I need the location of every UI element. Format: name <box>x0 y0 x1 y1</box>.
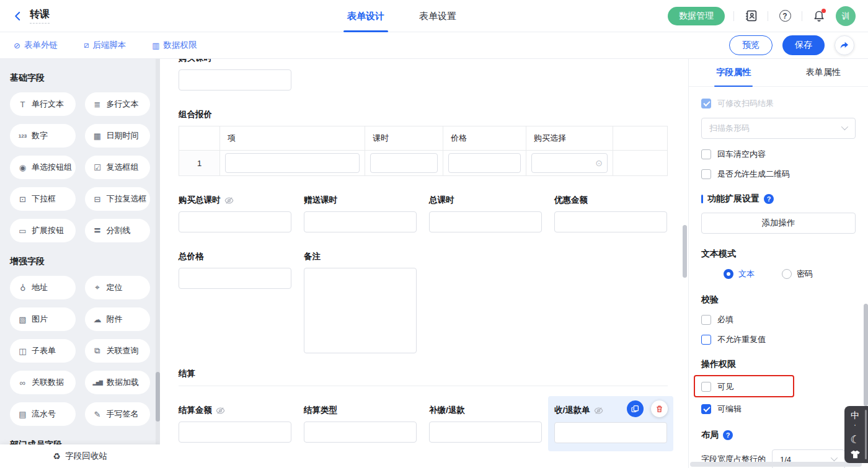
text-input[interactable] <box>179 211 291 232</box>
field-item-address[interactable]: ⚲地址 <box>10 276 76 299</box>
text-input[interactable] <box>429 211 542 232</box>
avatar[interactable]: 训 <box>836 6 856 26</box>
ime-language-indicator[interactable]: 中 <box>851 411 859 420</box>
text-input[interactable] <box>554 422 667 443</box>
text-input[interactable] <box>370 153 438 173</box>
section-title-basic: 基础字段 <box>10 73 150 84</box>
text-input[interactable] <box>179 422 291 443</box>
copy-icon <box>631 405 639 413</box>
tab-field-properties[interactable]: 字段属性 <box>689 59 779 86</box>
field-item-data-load[interactable]: ▂▅▇数据加载 <box>85 371 151 394</box>
canvas-scrollbar-thumb[interactable] <box>683 225 687 278</box>
field-receipt-refund-slip-selected[interactable]: 收/退款单 <box>548 396 673 451</box>
text-input[interactable] <box>304 211 417 232</box>
copy-field-button[interactable] <box>627 400 644 417</box>
field-item-linked-query[interactable]: ⧉关联查询 <box>85 339 151 363</box>
field-item-locate[interactable]: ⌖定位 <box>85 276 151 299</box>
field-item-checkbox-group[interactable]: ☑复选框组 <box>85 156 151 179</box>
tab-form-properties[interactable]: 表单属性 <box>779 59 868 86</box>
field-item-divider[interactable]: 〓分割线 <box>85 219 151 242</box>
field-item-subform[interactable]: ◫子表单 <box>10 339 76 363</box>
backend-script-link[interactable]: ⧄ 后端脚本 <box>84 40 126 51</box>
tshirt-skin-icon[interactable] <box>850 450 861 459</box>
field-item-number[interactable]: 123数字 <box>10 124 76 148</box>
text-input[interactable] <box>554 211 667 232</box>
eye-off-icon <box>216 406 225 415</box>
radio-text-mode[interactable]: 文本 <box>724 268 755 280</box>
field-item-dropdown[interactable]: ⊡下拉框 <box>10 187 76 211</box>
field-combo-quote[interactable]: 组合报价 项 课时 价格 购买选择 1 ⊙ <box>179 109 668 176</box>
save-button[interactable]: 保存 <box>782 35 825 55</box>
moon-icon[interactable]: ☾ <box>850 435 859 445</box>
panel-scrollbar-thumb[interactable] <box>864 304 868 406</box>
field-item-multi-line-text[interactable]: ≣多行文本 <box>85 92 151 116</box>
checkbox-editable[interactable]: 可编辑 <box>701 404 856 415</box>
chevron-down-icon <box>841 123 848 130</box>
field-item-extend-button[interactable]: ▭扩展按钮 <box>10 219 76 242</box>
text-input[interactable] <box>179 268 291 289</box>
share-button[interactable] <box>835 35 854 55</box>
address-book-button[interactable] <box>743 8 759 24</box>
delete-field-button[interactable] <box>651 400 668 417</box>
red-highlight-box: 可见 <box>694 375 794 397</box>
radio-password-mode[interactable]: 密码 <box>782 268 813 280</box>
field-gift-hours[interactable]: 赠送课时 <box>304 195 417 232</box>
field-buy-hours[interactable]: 购买课时 <box>179 59 291 91</box>
text-input[interactable] <box>225 153 360 173</box>
field-discount-amount[interactable]: 优惠金额 <box>554 195 667 232</box>
checkbox-allow-qrcode[interactable]: 是否允许生成二维码 <box>701 169 856 180</box>
text-input[interactable] <box>429 422 542 443</box>
help-icon[interactable]: ? <box>764 194 774 204</box>
checkbox-enter-clear[interactable]: 回车清空内容 <box>701 149 856 160</box>
field-pay-refund[interactable]: 补缴/退款 <box>429 405 542 443</box>
field-item-single-line-text[interactable]: T单行文本 <box>10 92 76 116</box>
sidebar-scrollbar-thumb[interactable] <box>156 372 160 422</box>
field-recycle-bin[interactable]: ♻ 字段回收站 <box>0 444 160 468</box>
panel-body: 可修改扫码结果 扫描条形码 回车清空内容 是否允许生成二维码 功能扩展设置 ? … <box>689 87 868 468</box>
preview-button[interactable]: 预览 <box>729 35 773 55</box>
field-total-hours[interactable]: 总课时 <box>429 195 542 232</box>
field-total-buy-hours[interactable]: 购买总课时 <box>179 195 291 232</box>
scan-mode-select[interactable]: 扫描条形码 <box>701 118 856 139</box>
field-settlement-amount[interactable]: 结算金额 <box>179 405 291 443</box>
field-settlement-type[interactable]: 结算类型 <box>304 405 417 443</box>
serial-number-icon: ▤ <box>18 410 27 419</box>
field-label: 优惠金额 <box>554 195 667 206</box>
help-icon[interactable]: ? <box>723 430 733 440</box>
add-action-button[interactable]: 添加操作 <box>701 213 856 234</box>
field-item-multi-dropdown[interactable]: ⊟下拉复选框 <box>85 187 151 211</box>
basic-field-grid: T单行文本 ≣多行文本 123数字 ▦日期时间 ◉单选按钮组 ☑复选框组 ⊡下拉… <box>0 92 160 242</box>
tab-form-settings[interactable]: 表单设置 <box>419 0 456 32</box>
back-button[interactable] <box>12 11 24 22</box>
data-manage-button[interactable]: 数据管理 <box>668 7 725 25</box>
text-input[interactable] <box>448 153 521 173</box>
field-item-radio-group[interactable]: ◉单选按钮组 <box>10 156 76 179</box>
text-input[interactable] <box>179 69 291 91</box>
ime-punctuation-icon[interactable]: ʻ <box>854 425 856 430</box>
field-item-attachment[interactable]: ☁附件 <box>85 307 151 331</box>
form-external-link[interactable]: ⊘ 表单外链 <box>14 40 58 51</box>
field-settlement-divider[interactable]: 结算 <box>179 368 668 386</box>
checkbox-visible[interactable]: 可见 <box>701 381 787 392</box>
radio-unselected-icon <box>782 269 792 279</box>
tab-form-design[interactable]: 表单设计 <box>347 0 384 32</box>
checkbox-no-duplicate[interactable]: 不允许重复值 <box>701 334 856 345</box>
notifications-button[interactable] <box>811 8 827 24</box>
field-total-price[interactable]: 总价格 <box>179 251 291 353</box>
panel-horizontal-scrollbar[interactable] <box>690 462 862 467</box>
field-remark[interactable]: 备注 <box>304 251 417 353</box>
extend-button-icon: ▭ <box>18 226 27 236</box>
text-input[interactable] <box>304 422 417 443</box>
data-permission-link[interactable]: ▥ 数据权限 <box>152 40 197 51</box>
sidebar-scrollbar-track[interactable] <box>156 59 160 444</box>
field-item-signature[interactable]: ✎手写签名 <box>85 402 151 426</box>
field-item-linked-data[interactable]: ∞关联数据 <box>10 371 76 394</box>
checkbox-required[interactable]: 必填 <box>701 314 856 325</box>
help-button[interactable]: ? <box>777 8 793 24</box>
field-item-serial-number[interactable]: ▤流水号 <box>10 402 76 426</box>
ime-toolbar: 中 ʻ ☾ <box>844 406 868 463</box>
field-item-datetime[interactable]: ▦日期时间 <box>85 124 151 148</box>
checkbox-editable-scan-result[interactable]: 可修改扫码结果 <box>701 98 856 109</box>
field-item-image[interactable]: ▧图片 <box>10 307 76 331</box>
textarea-input[interactable] <box>304 268 417 353</box>
